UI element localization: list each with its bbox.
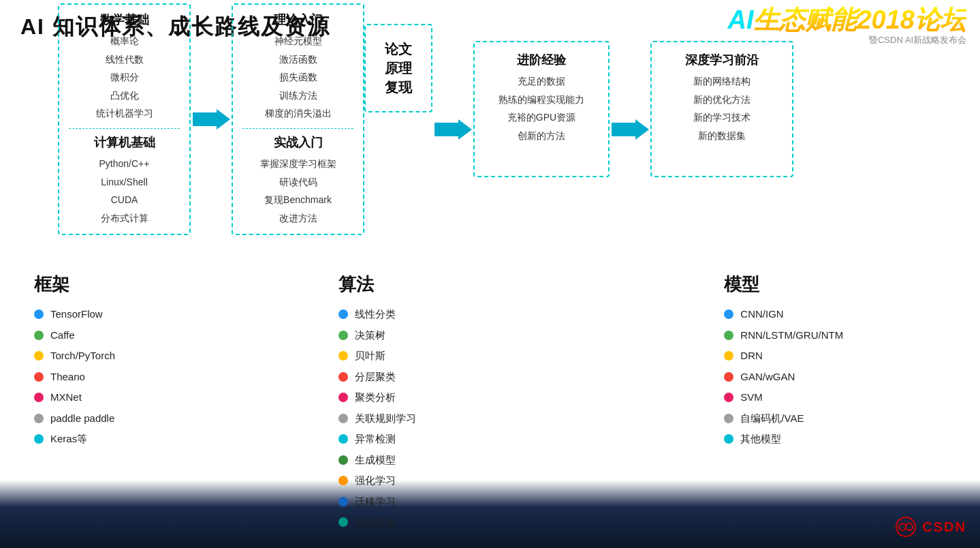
- dot-paddle: [34, 414, 44, 423]
- dot-mxnet: [34, 393, 44, 402]
- dot-algo-3: [338, 351, 348, 361]
- label-algo-9: 强化学习: [355, 473, 396, 489]
- framework-item-theano: Theano: [34, 369, 257, 385]
- dot-caffe: [34, 331, 44, 340]
- box-foundations: 数学基础 概率论 线性代数 微积分 凸优化 统计机器学习 计算机基础 Pytho…: [58, 3, 191, 235]
- model-item-6: 自编码机/VAE: [724, 411, 947, 427]
- algorithm-title: 算法: [338, 273, 561, 296]
- theory-item-4: 训练方法: [242, 87, 353, 105]
- svg-marker-2: [612, 119, 649, 140]
- box-paper: 论文原理复现: [364, 24, 432, 112]
- theory-item-2: 激活函数: [242, 50, 353, 69]
- box-deep-learning: 深度学习前沿 新的网络结构 新的优化方法 新的学习技术 新的数据集: [650, 41, 793, 177]
- legend-model: 模型 CNN/IGN RNN/LSTM/GRU/NTM DRN GAN/wGAN…: [710, 266, 960, 543]
- math-item-5: 统计机器学习: [69, 104, 180, 123]
- csdn-icon-svg: [895, 516, 917, 538]
- dot-algo-7: [338, 434, 348, 444]
- algo-item-7: 异常检测: [338, 431, 561, 447]
- label-algo-7: 异常检测: [355, 431, 396, 447]
- label-model-5: SVM: [740, 390, 763, 406]
- dot-algo-9: [338, 476, 348, 485]
- dot-algo-4: [338, 372, 348, 382]
- theory-title: 理论入门: [242, 12, 353, 28]
- label-model-4: GAN/wGAN: [740, 369, 795, 385]
- legend-algorithm: 算法 线性分类 决策树 贝叶斯 分层聚类 聚类分析 关联规则学习 异常检测: [325, 266, 575, 543]
- framework-item-torch: Torch/PyTorch: [34, 348, 257, 364]
- practice-items: 掌握深度学习框架 研读代码 复现Benchmark 改进方法: [242, 155, 353, 227]
- theory-item-5: 梯度的消失溢出: [242, 104, 353, 123]
- theory-item-1: 神经元模型: [242, 32, 353, 50]
- cs-items: Python/C++ Linux/Shell CUDA 分布式计算: [69, 155, 180, 227]
- model-item-3: DRN: [724, 348, 947, 364]
- dot-algo-8: [338, 455, 348, 465]
- algo-item-11: 其他方法: [338, 515, 561, 530]
- label-model-1: CNN/IGN: [740, 307, 783, 322]
- framework-item-caffe: Caffe: [34, 328, 257, 344]
- dot-model-4: [724, 372, 733, 382]
- algo-item-5: 聚类分析: [338, 390, 561, 406]
- algo-item-8: 生成模型: [338, 453, 561, 468]
- label-theano: Theano: [50, 369, 85, 385]
- label-model-7: 其他模型: [740, 431, 781, 447]
- advanced-items: 充足的数据 熟练的编程实现能力 充裕的GPU资源 创新的方法: [486, 72, 597, 144]
- dot-model-3: [724, 351, 733, 361]
- cs-item-3: CUDA: [69, 191, 180, 209]
- theory-item-3: 损失函数: [242, 68, 353, 87]
- deep-item-2: 新的优化方法: [663, 91, 781, 109]
- label-model-2: RNN/LSTM/GRU/NTM: [740, 328, 843, 344]
- framework-item-keras: Keras等: [34, 431, 257, 447]
- dot-model-2: [724, 331, 733, 340]
- label-paddle: paddle paddle: [50, 411, 114, 427]
- divider-1: [69, 128, 180, 129]
- flow-diagram: 数学基础 概率论 线性代数 微积分 凸优化 统计机器学习 计算机基础 Pytho…: [58, 3, 793, 235]
- box-advanced: 进阶经验 充足的数据 熟练的编程实现能力 充裕的GPU资源 创新的方法: [473, 41, 610, 177]
- deep-item-1: 新的网络结构: [663, 72, 781, 91]
- dot-torch: [34, 351, 44, 361]
- math-item-1: 概率论: [69, 32, 180, 50]
- practice-item-3: 复现Benchmark: [242, 191, 353, 209]
- algo-item-1: 线性分类: [338, 307, 561, 322]
- algo-item-3: 贝叶斯: [338, 348, 561, 364]
- advanced-title: 进阶经验: [486, 52, 597, 68]
- adv-item-4: 创新的方法: [486, 127, 597, 145]
- svg-marker-1: [434, 119, 472, 140]
- dot-algo-5: [338, 393, 348, 402]
- label-model-6: 自编码机/VAE: [740, 411, 804, 427]
- svg-point-5: [906, 523, 913, 530]
- practice-item-2: 研读代码: [242, 173, 353, 192]
- label-algo-1: 线性分类: [355, 307, 396, 322]
- model-item-7: 其他模型: [724, 431, 947, 447]
- cs-item-2: Linux/Shell: [69, 173, 180, 192]
- practice-item-1: 掌握深度学习框架: [242, 155, 353, 173]
- algo-item-9: 强化学习: [338, 473, 561, 489]
- svg-point-4: [899, 523, 906, 530]
- label-torch: Torch/PyTorch: [50, 348, 115, 364]
- dot-theano: [34, 372, 44, 382]
- label-caffe: Caffe: [50, 328, 75, 344]
- theory-items: 神经元模型 激活函数 损失函数 训练方法 梯度的消失溢出: [242, 32, 353, 123]
- arrow-2: [432, 24, 473, 235]
- arrow-1: [191, 3, 232, 235]
- deep-item-3: 新的学习技术: [663, 108, 781, 127]
- spacer-2: [574, 266, 710, 543]
- label-algo-6: 关联规则学习: [355, 411, 416, 427]
- practice-item-4: 改进方法: [242, 209, 353, 228]
- label-algo-8: 生成模型: [355, 453, 396, 468]
- algo-item-4: 分层聚类: [338, 369, 561, 385]
- svg-marker-0: [193, 109, 230, 130]
- math-item-3: 微积分: [69, 68, 180, 87]
- divider-2: [242, 128, 353, 129]
- dot-model-5: [724, 393, 733, 402]
- framework-item-paddle: paddle paddle: [34, 411, 257, 427]
- algo-item-2: 决策树: [338, 328, 561, 344]
- label-algo-11: 其他方法: [355, 515, 396, 530]
- model-item-2: RNN/LSTM/GRU/NTM: [724, 328, 947, 344]
- framework-title: 框架: [34, 273, 257, 296]
- label-model-3: DRN: [740, 348, 763, 364]
- framework-item-mxnet: MXNet: [34, 390, 257, 406]
- csdn-text: CSDN: [922, 519, 966, 535]
- cs-item-4: 分布式计算: [69, 209, 180, 228]
- dot-tensorflow: [34, 309, 44, 319]
- math-item-4: 凸优化: [69, 87, 180, 105]
- deep-items: 新的网络结构 新的优化方法 新的学习技术 新的数据集: [663, 72, 781, 144]
